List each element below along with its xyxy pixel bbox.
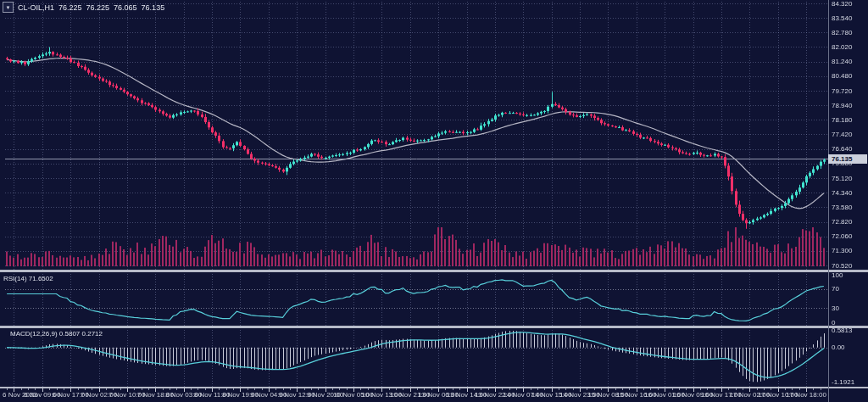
chart-canvas[interactable] xyxy=(0,0,868,402)
symbol-dropdown-icon[interactable]: ▼ xyxy=(3,2,14,13)
trading-chart-window: ▼ CL-OIL,H1 76.225 76.225 76.065 76.135 … xyxy=(0,0,868,402)
